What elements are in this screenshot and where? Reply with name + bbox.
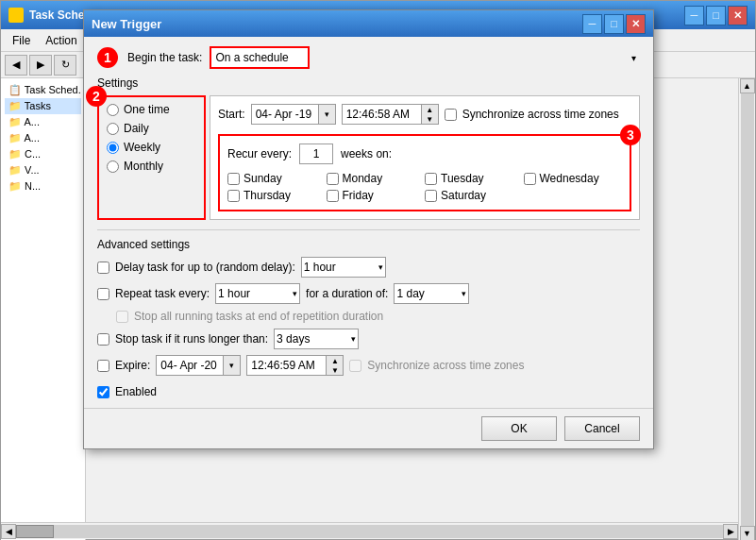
day-saturday[interactable]: Saturday [425,189,524,202]
sync-expire-label: Synchronize across time zones [367,359,524,372]
sync-tz-checkbox[interactable] [445,109,457,121]
radio-monthly[interactable]: Monthly [107,160,196,173]
radio-daily[interactable]: Daily [107,122,196,135]
new-trigger-dialog: New Trigger ─ □ ✕ 1 Begin the task: On a… [83,9,654,449]
expire-date-arrow[interactable]: ▾ [224,355,241,376]
expire-checkbox[interactable] [97,360,109,372]
day-thursday[interactable]: Thursday [227,189,327,202]
dialog-close[interactable]: ✕ [626,14,646,34]
radio-weekly-input[interactable] [107,142,119,154]
begin-task-label: Begin the task: [127,51,202,64]
tuesday-label: Tuesday [441,172,484,185]
stop-repetition-label: Stop all running tasks at end of repetit… [134,310,383,323]
delay-row: Delay task for up to (random delay): 1 h… [97,257,640,278]
delay-checkbox[interactable] [97,262,109,274]
tuesday-checkbox[interactable] [425,173,437,185]
expire-row: Expire: ▾ ▲▼ Synchronize across time zon… [97,355,640,376]
wednesday-label: Wednesday [540,172,599,185]
wednesday-checkbox[interactable] [524,173,536,185]
radio-onetime[interactable]: One time [107,103,196,116]
begin-task-select-wrapper: On a schedule ▾ [210,46,640,69]
ok-button[interactable]: OK [481,416,557,441]
enabled-row: Enabled [97,385,640,398]
day-monday[interactable]: Monday [327,172,426,185]
start-label: Start: [218,108,245,121]
expire-date-row: ▾ [156,355,241,376]
stop-longer-select-wrapper: 3 days [274,329,359,349]
stop-longer-checkbox[interactable] [97,333,109,346]
enabled-label: Enabled [115,385,157,398]
expire-time-input[interactable] [246,355,327,376]
enabled-checkbox[interactable] [97,386,109,398]
radio-monthly-label: Monthly [124,160,163,173]
sunday-checkbox[interactable] [227,173,240,185]
dialog-maximize[interactable]: □ [604,14,624,34]
advanced-title: Advanced settings [97,238,640,251]
schedule-box: Start: ▾ ▲▼ Synchronize across ti [210,95,640,220]
thursday-label: Thursday [244,189,291,202]
thursday-checkbox[interactable] [227,190,240,202]
stop-longer-row: Stop task if it runs longer than: 3 days [97,329,640,349]
sync-tz-label: Synchronize across time zones [462,108,619,121]
stop-longer-select[interactable]: 3 days [274,329,359,349]
radio-monthly-input[interactable] [107,160,119,173]
sunday-label: Sunday [244,172,282,185]
sync-expire-checkbox[interactable] [349,360,361,372]
repeat-select-wrapper: 1 hour [215,283,300,304]
dialog-title: New Trigger [92,17,161,31]
repeat-row: Repeat task every: 1 hour for a duration… [97,283,640,304]
monday-label: Monday [343,172,383,185]
repeat-checkbox[interactable] [97,288,109,300]
recur-label: Recur every: [227,147,292,160]
begin-task-arrow: ▾ [631,53,636,63]
stop-repetition-row: Stop all running tasks at end of repetit… [116,310,640,323]
stop-repetition-checkbox[interactable] [116,311,128,323]
day-sunday[interactable]: Sunday [227,172,327,185]
expire-date-input[interactable] [156,355,224,376]
dialog-minimize[interactable]: ─ [582,14,602,34]
expire-label: Expire: [115,359,150,372]
dialog-titlebar-buttons: ─ □ ✕ [582,14,646,34]
repeat-label: Repeat task every: [115,287,210,300]
repeat-select[interactable]: 1 hour [215,283,300,304]
settings-row: 2 One time Daily Weekly [97,95,640,220]
recur-row: Recur every: weeks on: [227,143,622,164]
start-time-spin[interactable]: ▲▼ [422,104,439,125]
radio-onetime-input[interactable] [107,104,119,116]
start-date-arrow[interactable]: ▾ [319,104,336,125]
weeks-on-label: weeks on: [341,147,392,160]
monday-checkbox[interactable] [327,173,339,185]
radio-group: 2 One time Daily Weekly [97,95,206,220]
delay-select-wrapper: 1 hour [301,257,386,278]
day-wednesday[interactable]: Wednesday [524,172,623,185]
recur-box: 3 Recur every: weeks on: Sunday [218,134,631,211]
duration-select[interactable]: 1 day [394,283,469,304]
radio-weekly[interactable]: Weekly [107,141,196,154]
step3-badge: 3 [620,125,641,145]
dialog-footer: OK Cancel [84,408,653,448]
advanced-section: Advanced settings Delay task for up to (… [97,229,640,398]
step2-badge: 2 [86,86,107,107]
start-row: Start: ▾ ▲▼ Synchronize across ti [218,104,631,125]
dialog-titlebar: New Trigger ─ □ ✕ [84,10,653,37]
saturday-checkbox[interactable] [425,190,437,202]
day-tuesday[interactable]: Tuesday [425,172,524,185]
expire-time-spin[interactable]: ▲▼ [327,355,344,376]
start-time-input[interactable] [342,104,422,125]
days-grid: Sunday Monday Tuesday [227,172,622,202]
radio-daily-label: Daily [124,122,149,135]
stop-longer-label: Stop task if it runs longer than: [115,332,268,346]
friday-checkbox[interactable] [327,190,339,202]
begin-task-select[interactable]: On a schedule [210,46,310,69]
recur-input[interactable] [299,143,333,164]
radio-daily-input[interactable] [107,123,119,135]
radio-onetime-label: One time [124,103,170,116]
start-date-row: ▾ [251,104,336,125]
day-friday[interactable]: Friday [327,189,426,202]
start-date-input[interactable] [251,104,319,125]
cancel-button[interactable]: Cancel [564,416,640,441]
step1-badge: 1 [97,47,118,68]
for-duration-label: for a duration of: [306,287,388,300]
settings-label: Settings [97,76,640,90]
delay-select[interactable]: 1 hour [301,257,386,278]
